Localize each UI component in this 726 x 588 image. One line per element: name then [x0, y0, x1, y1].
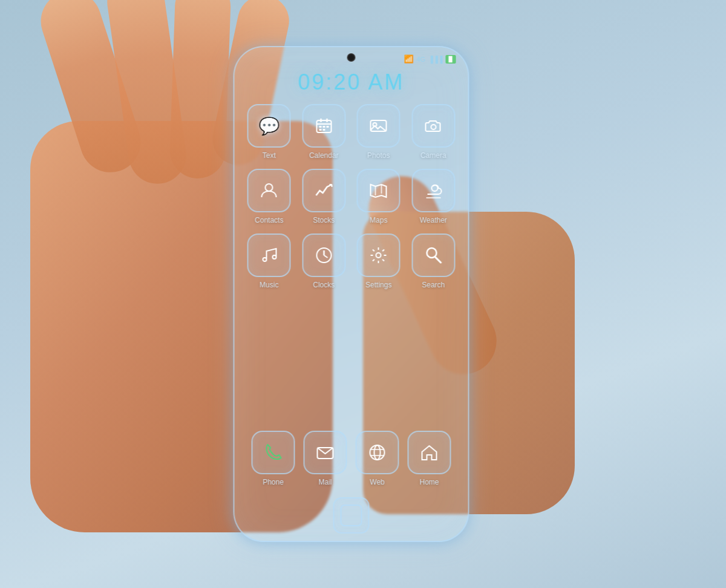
svg-point-19 — [273, 255, 276, 259]
app-photos-icon — [357, 104, 401, 148]
signal-bars-icon: ▐▐▐ — [428, 56, 442, 63]
app-home-icon — [408, 431, 451, 474]
app-mail-icon — [304, 431, 347, 474]
svg-rect-6 — [326, 126, 329, 128]
app-text[interactable]: 💬 Text — [246, 104, 293, 160]
home-button[interactable] — [333, 497, 370, 534]
app-maps-icon — [357, 169, 401, 212]
wifi-icon: 📶 — [404, 54, 413, 64]
app-phone[interactable]: Phone — [252, 431, 295, 486]
app-phone-label: Phone — [263, 478, 284, 486]
app-grid-row2: Contacts Stocks — [235, 169, 468, 224]
svg-point-27 — [370, 445, 385, 460]
app-contacts-icon — [247, 169, 291, 212]
app-web-label: Web — [370, 478, 384, 486]
app-home-label: Home — [419, 478, 439, 486]
app-mail-label: Mail — [318, 478, 332, 486]
app-settings-icon — [357, 234, 401, 277]
svg-point-23 — [376, 253, 381, 258]
time-display: 09:20 AM — [298, 67, 404, 104]
app-mail[interactable]: Mail — [304, 431, 347, 486]
app-camera[interactable]: Camera — [410, 104, 457, 160]
phone-screen: 📶 4G ▐▐▐ ▉ 09:20 AM 💬 Text — [234, 46, 469, 542]
app-contacts-label: Contacts — [255, 216, 283, 224]
app-maps[interactable]: Maps — [355, 169, 403, 224]
app-music[interactable]: Music — [246, 234, 293, 289]
svg-point-11 — [431, 125, 436, 129]
app-text-label: Text — [263, 151, 276, 160]
app-grid-row3: Music Clocks — [235, 234, 468, 289]
svg-line-22 — [324, 255, 327, 258]
home-button-area — [333, 497, 370, 534]
app-stocks-icon — [302, 169, 345, 212]
app-clocks[interactable]: Clocks — [300, 234, 348, 289]
app-settings-label: Settings — [365, 281, 391, 289]
app-photos[interactable]: Photos — [355, 104, 403, 160]
app-calendar-icon — [302, 104, 345, 148]
app-weather-icon — [411, 169, 455, 212]
app-clocks-label: Clocks — [313, 281, 335, 289]
svg-rect-7 — [319, 129, 321, 131]
app-settings[interactable]: Settings — [355, 234, 403, 289]
app-music-label: Music — [260, 281, 278, 289]
app-home[interactable]: Home — [408, 431, 451, 486]
app-stocks[interactable]: Stocks — [300, 169, 348, 224]
app-grid-row1: 💬 Text Calen — [235, 104, 468, 160]
app-camera-icon — [411, 104, 455, 148]
app-search-label: Search — [422, 281, 445, 289]
svg-rect-8 — [322, 129, 325, 131]
dock: Phone Mail — [235, 431, 468, 486]
app-camera-label: Camera — [420, 151, 446, 160]
app-weather-label: Weather — [420, 216, 447, 224]
svg-point-28 — [374, 445, 381, 460]
app-calendar[interactable]: Calendar — [300, 104, 348, 160]
app-stocks-label: Stocks — [313, 216, 335, 224]
app-text-icon: 💬 — [247, 104, 291, 148]
battery-icon: ▉ — [446, 55, 456, 64]
app-contacts[interactable]: Contacts — [246, 169, 293, 224]
app-clocks-icon — [302, 234, 345, 277]
status-bar: 📶 4G ▐▐▐ ▉ — [235, 47, 468, 67]
app-search-icon — [411, 234, 455, 277]
signal-label: 4G — [416, 56, 425, 63]
app-web[interactable]: Web — [356, 431, 399, 486]
app-weather[interactable]: Weather — [410, 169, 457, 224]
app-photos-label: Photos — [367, 151, 390, 160]
svg-point-18 — [263, 258, 267, 261]
svg-rect-5 — [322, 126, 325, 128]
svg-line-25 — [435, 257, 440, 263]
home-button-inner — [341, 505, 362, 526]
app-search[interactable]: Search — [410, 234, 457, 289]
app-calendar-label: Calendar — [309, 151, 339, 160]
app-phone-icon — [252, 431, 295, 474]
app-music-icon — [247, 234, 291, 277]
app-web-icon — [356, 431, 399, 474]
app-maps-label: Maps — [370, 216, 387, 224]
phone-device: 📶 4G ▐▐▐ ▉ 09:20 AM 💬 Text — [234, 46, 469, 542]
svg-rect-4 — [319, 126, 321, 128]
svg-point-12 — [266, 184, 273, 191]
